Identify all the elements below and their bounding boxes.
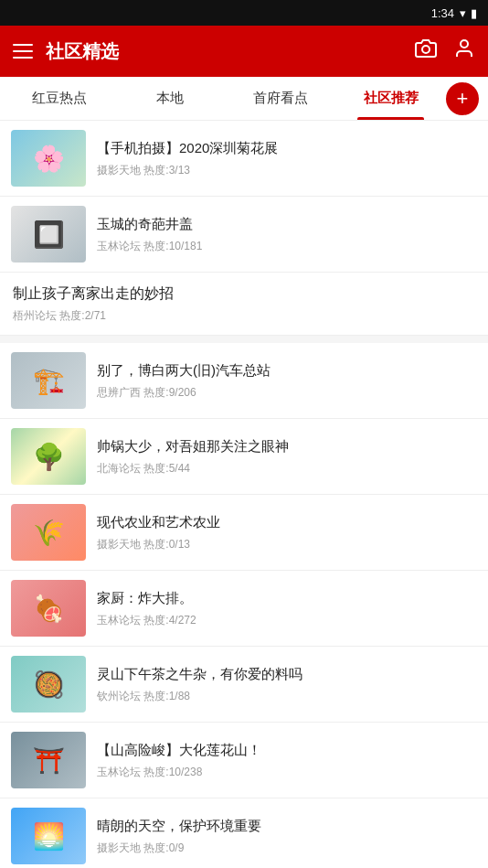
article-meta: 玉林论坛 热度:10/181 (97, 239, 477, 254)
article-meta: 钦州论坛 热度:1/88 (97, 689, 477, 704)
article-item[interactable]: 🔲玉城的奇葩井盖玉林论坛 热度:10/181 (0, 197, 488, 273)
thumb-icon: 🏗️ (11, 352, 86, 409)
thumb-icon: 🔲 (11, 206, 86, 263)
article-item[interactable]: 🌾现代农业和艺术农业摄影天地 热度:0/13 (0, 495, 488, 571)
thumb-icon: 🌾 (11, 504, 86, 561)
article-title: 【山高险峻】大化莲花山！ (97, 740, 477, 759)
article-meta: 玉林论坛 热度:10/238 (97, 765, 477, 780)
thumb-icon: 🍖 (11, 580, 86, 637)
article-thumbnail: 🌳 (11, 428, 86, 485)
text-article-item[interactable]: 制止孩子离家出走的妙招梧州论坛 热度:2/71 (0, 273, 488, 336)
camera-button[interactable] (415, 38, 437, 65)
article-title: 现代农业和艺术农业 (97, 512, 477, 531)
thumb-icon: 🌳 (11, 428, 86, 485)
article-thumbnail: 🥘 (11, 656, 86, 713)
tab-community[interactable]: 社区推荐 (335, 77, 446, 120)
header-icons (415, 38, 475, 65)
article-thumbnail: 🔲 (11, 206, 86, 263)
article-content: 【山高险峻】大化莲花山！玉林论坛 热度:10/238 (97, 740, 477, 780)
article-thumbnail: 🌸 (11, 130, 86, 187)
article-title: 帅锅大少，对吾姐那关注之眼神 (97, 436, 477, 455)
menu-button[interactable] (13, 44, 33, 59)
tab-hot[interactable]: 红豆热点 (4, 77, 114, 120)
article-meta: 北海论坛 热度:5/44 (97, 461, 477, 477)
article-meta: 玉林论坛 热度:4/272 (97, 613, 477, 628)
profile-button[interactable] (453, 38, 475, 65)
article-content: 【手机拍摄】2020深圳菊花展摄影天地 热度:3/13 (97, 138, 477, 178)
feed-gap (0, 336, 488, 343)
article-meta: 摄影天地 热度:0/13 (97, 537, 477, 552)
article-thumbnail: 🌾 (11, 504, 86, 561)
header: 社区精选 (0, 26, 488, 77)
article-title: 家厨：炸大排。 (97, 588, 477, 607)
tab-bar: 红豆热点 本地 首府看点 社区推荐 + (0, 77, 488, 121)
article-item[interactable]: 🌅晴朗的天空，保护环境重要摄影天地 热度:0/9 (0, 798, 488, 868)
article-item[interactable]: 🍖家厨：炸大排。玉林论坛 热度:4/272 (0, 571, 488, 647)
article-meta: 思辨广西 热度:9/206 (97, 385, 477, 401)
article-title: 晴朗的天空，保护环境重要 (97, 816, 477, 835)
article-content: 玉城的奇葩井盖玉林论坛 热度:10/181 (97, 214, 477, 254)
article-content: 现代农业和艺术农业摄影天地 热度:0/13 (97, 512, 477, 552)
thumb-icon: 🥘 (11, 656, 86, 713)
status-bar: 1:34 ▾ ▮ (0, 0, 488, 26)
article-thumbnail: 🏗️ (11, 352, 86, 409)
article-content: 灵山下午茶之牛杂，有你爱的料吗钦州论坛 热度:1/88 (97, 664, 477, 704)
svg-point-1 (461, 40, 468, 48)
article-meta: 梧州论坛 热度:2/71 (13, 308, 475, 324)
thumb-icon: 🌅 (11, 808, 86, 864)
status-time: 1:34 (431, 6, 454, 20)
tab-capital[interactable]: 首府看点 (225, 77, 335, 120)
article-meta: 摄影天地 热度:3/13 (97, 163, 477, 178)
article-content: 帅锅大少，对吾姐那关注之眼神北海论坛 热度:5/44 (97, 436, 477, 477)
thumb-icon: ⛩️ (11, 732, 86, 788)
article-content: 家厨：炸大排。玉林论坛 热度:4/272 (97, 588, 477, 628)
article-title: 玉城的奇葩井盖 (97, 214, 477, 233)
thumb-icon: 🌸 (11, 130, 86, 187)
article-title: 别了，博白两大(旧)汽车总站 (97, 360, 477, 380)
article-item[interactable]: ⛩️【山高险峻】大化莲花山！玉林论坛 热度:10/238 (0, 723, 488, 798)
wifi-icon: ▾ (460, 6, 466, 20)
article-thumbnail: 🌅 (11, 808, 86, 864)
article-content: 晴朗的天空，保护环境重要摄影天地 热度:0/9 (97, 816, 477, 856)
battery-icon: ▮ (471, 6, 477, 20)
article-item[interactable]: 🌸【手机拍摄】2020深圳菊花展摄影天地 热度:3/13 (0, 121, 488, 197)
header-left: 社区精选 (13, 39, 119, 64)
article-meta: 摄影天地 热度:0/9 (97, 841, 477, 856)
status-icons: ▾ ▮ (460, 6, 477, 20)
article-item[interactable]: 🥘灵山下午茶之牛杂，有你爱的料吗钦州论坛 热度:1/88 (0, 647, 488, 723)
feed: 🌸【手机拍摄】2020深圳菊花展摄影天地 热度:3/13🔲玉城的奇葩井盖玉林论坛… (0, 121, 488, 868)
article-title: 灵山下午茶之牛杂，有你爱的料吗 (97, 664, 477, 683)
article-title: 【手机拍摄】2020深圳菊花展 (97, 138, 477, 157)
article-content: 别了，博白两大(旧)汽车总站思辨广西 热度:9/206 (97, 360, 477, 401)
article-title: 制止孩子离家出走的妙招 (13, 284, 475, 304)
svg-point-0 (422, 46, 430, 53)
article-item[interactable]: 🏗️别了，博白两大(旧)汽车总站思辨广西 热度:9/206 (0, 343, 488, 419)
article-item[interactable]: 🌳帅锅大少，对吾姐那关注之眼神北海论坛 热度:5/44 (0, 419, 488, 495)
header-title: 社区精选 (46, 39, 119, 64)
article-thumbnail: 🍖 (11, 580, 86, 637)
article-thumbnail: ⛩️ (11, 732, 86, 788)
tab-local[interactable]: 本地 (114, 77, 225, 120)
add-button[interactable]: + (446, 82, 479, 115)
